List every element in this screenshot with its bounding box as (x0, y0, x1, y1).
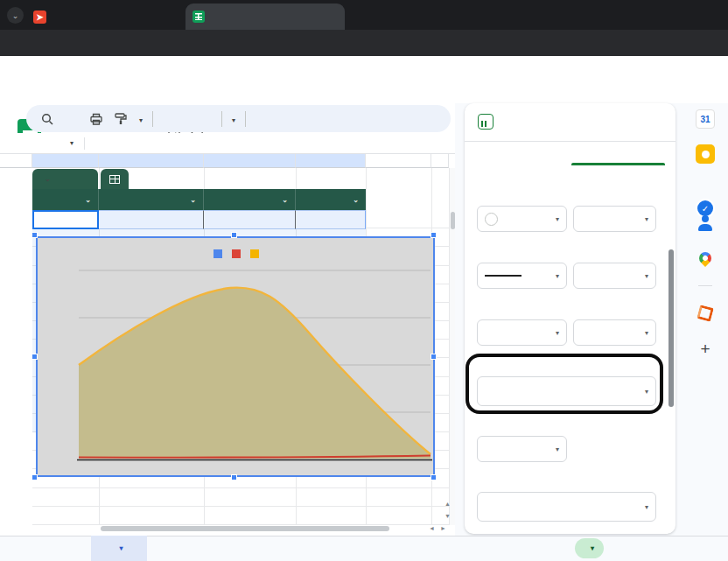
cell-b2[interactable] (99, 210, 204, 229)
axis-select[interactable]: ▾ (477, 436, 567, 462)
table-header-cell[interactable]: ⌄ (32, 189, 99, 210)
table-header-cell[interactable]: ⌄ (296, 189, 366, 210)
browser-tab-forum[interactable]: ➤ (26, 4, 182, 30)
line-color-select[interactable]: ▾ (477, 206, 567, 232)
scroll-right-icon[interactable]: ► (440, 525, 446, 531)
sheet-tab-caret-icon: ▾ (119, 544, 122, 552)
window-minimize-button[interactable] (635, 0, 668, 30)
print-icon[interactable] (90, 113, 102, 125)
table-data-row (32, 210, 366, 229)
active-tab-underline (571, 163, 665, 165)
sheets-favicon-icon (192, 11, 205, 23)
sheets-header: ▾ (0, 56, 728, 103)
chart-resize-handle[interactable] (32, 474, 38, 480)
solid-line-swatch-icon (485, 275, 522, 277)
table-header-cell[interactable]: ⌄ (99, 189, 204, 210)
chart-resize-handle[interactable] (430, 474, 437, 480)
column-header-a[interactable] (32, 154, 99, 168)
sum-badge-caret-icon: ▾ (591, 544, 594, 552)
window-close-button[interactable] (698, 0, 728, 30)
paint-format-icon[interactable] (115, 113, 127, 125)
color-swatch-icon (485, 213, 498, 226)
chart-resize-handle[interactable] (231, 474, 237, 480)
calendar-icon[interactable]: 31 (696, 109, 715, 129)
table-icon (109, 175, 120, 184)
spreadsheet-grid: ⌄ ⌄ ⌄ ⌄ ⌄ ▲ ▼ ◄ ► (0, 154, 455, 536)
table-chip-caret-icon: ⌄ (45, 175, 51, 183)
line-thickness-select[interactable]: ▾ (573, 263, 656, 289)
point-shape-select[interactable]: ▾ (573, 319, 656, 346)
browser-tab-sheets[interactable] (186, 4, 345, 30)
divider (465, 141, 676, 142)
cell-c2[interactable] (204, 210, 296, 229)
divider (221, 111, 222, 127)
cell-d2[interactable] (296, 210, 366, 229)
sum-status-badge[interactable]: ▾ (575, 538, 604, 558)
column-header-d[interactable] (296, 154, 366, 168)
chart-resize-handle[interactable] (231, 232, 237, 238)
contacts-icon[interactable] (696, 214, 715, 233)
area-chart-plot (38, 238, 433, 475)
scroll-up-icon[interactable]: ▲ (444, 501, 451, 507)
grid-corner[interactable] (0, 154, 32, 168)
area-opacity-select[interactable]: ▾ (477, 376, 656, 406)
aggregate-type-select[interactable]: ▾ (477, 492, 656, 522)
divider (698, 285, 712, 286)
scroll-down-icon[interactable]: ▼ (444, 513, 451, 519)
column-header-partial[interactable] (431, 154, 449, 168)
chart-resize-handle[interactable] (32, 232, 38, 238)
browser-navbar (0, 30, 728, 56)
formula-bar: ▾ (0, 133, 455, 154)
horizontal-scroll-thumb[interactable] (101, 526, 389, 531)
name-box-caret-icon[interactable]: ▾ (70, 139, 74, 147)
chart-resize-handle[interactable] (32, 354, 38, 360)
chart-resize-handle[interactable] (430, 354, 437, 360)
divider (152, 111, 153, 127)
addon-icon[interactable] (696, 304, 715, 323)
forum-favicon-icon: ➤ (33, 11, 46, 24)
window-maximize-button[interactable] (668, 0, 702, 30)
point-size-select[interactable]: ▾ (477, 319, 567, 346)
search-icon[interactable] (41, 113, 53, 125)
add-addon-button[interactable]: + (696, 340, 715, 359)
divider (245, 111, 246, 127)
table-name-chip[interactable]: ⌄ (32, 169, 98, 189)
panel-scrollbar[interactable] (668, 249, 674, 407)
line-opacity-select[interactable]: ▾ (573, 206, 656, 232)
table-header-row: ⌄ ⌄ ⌄ ⌄ (32, 189, 366, 210)
sheet-tab-list1[interactable]: ▾ (91, 536, 147, 561)
chart-editor-panel: ▾ ▾ ▾ ▾ ▾ ▾ ▾ ▾ ▾ (465, 103, 676, 534)
divider (84, 137, 85, 150)
chart-resize-handle[interactable] (430, 232, 437, 238)
tab-search-chevron-icon[interactable]: ⌄ (7, 7, 24, 24)
cell-a2-active[interactable] (32, 210, 99, 229)
toolbar: ▾ ▾ (26, 105, 451, 132)
table-menu-chip[interactable] (101, 169, 129, 189)
column-header-e[interactable] (366, 154, 431, 168)
line-type-select[interactable]: ▾ (477, 263, 567, 289)
office-addon-icon (696, 305, 714, 322)
scroll-left-icon[interactable]: ◄ (429, 525, 435, 531)
table-header-cell[interactable]: ⌄ (204, 189, 296, 210)
font-select[interactable]: ▾ (226, 112, 242, 125)
browser-tab-strip: ⌄ ➤ (0, 0, 728, 30)
keep-icon[interactable] (696, 144, 715, 164)
column-header-b[interactable] (99, 154, 204, 168)
maps-icon[interactable] (696, 249, 715, 268)
chart[interactable] (36, 236, 435, 477)
vertical-scrollbar[interactable] (449, 168, 455, 525)
zoom-select[interactable]: ▾ (133, 112, 149, 125)
map-pin-icon (696, 249, 714, 267)
chart-editor-icon (478, 114, 494, 130)
column-header-c[interactable] (204, 154, 296, 168)
